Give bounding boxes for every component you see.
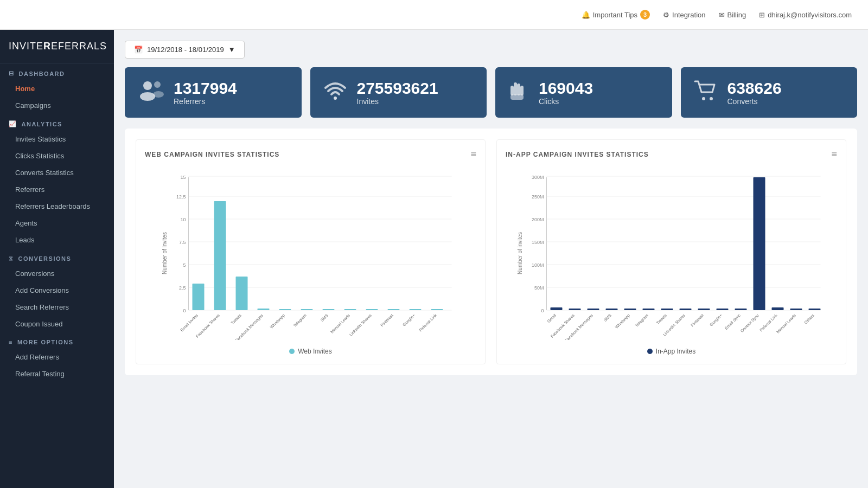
svg-text:SMS: SMS (603, 313, 612, 323)
svg-rect-46 (388, 309, 400, 310)
sidebar-item-referral-testing[interactable]: Referral Testing (0, 365, 114, 382)
wifi-icon (323, 79, 347, 106)
svg-text:LinkedIn Shares: LinkedIn Shares (348, 313, 373, 337)
web-legend-dot (289, 349, 295, 354)
date-range-picker[interactable]: 📅 19/12/2018 - 18/01/2019 ▼ (125, 41, 245, 59)
svg-rect-48 (410, 309, 422, 310)
topbar: 🔔 Important Tips 3 ⚙ Integration ✉ Billi… (0, 0, 868, 30)
svg-text:Contact Sync: Contact Sync (739, 313, 760, 333)
sidebar-item-referrers[interactable]: Referrers (0, 181, 114, 198)
svg-rect-7 (517, 84, 520, 95)
sidebar-item-clicks-statistics[interactable]: Clicks Statistics (0, 147, 114, 164)
svg-text:300M: 300M (532, 175, 544, 180)
inapp-legend-label: In-App Invites (656, 348, 695, 355)
sidebar-item-invites-statistics[interactable]: Invites Statistics (0, 131, 114, 147)
svg-text:10: 10 (180, 217, 186, 222)
svg-text:Pinterest: Pinterest (690, 312, 705, 328)
date-range-label: 19/12/2018 - 18/01/2019 (147, 46, 224, 54)
svg-rect-76 (624, 309, 636, 310)
clicks-label: Clicks (539, 97, 593, 106)
sidebar-item-leads[interactable]: Leads (0, 232, 114, 248)
svg-point-1 (140, 92, 155, 101)
svg-text:Telegram: Telegram (292, 313, 308, 328)
sidebar-item-home[interactable]: Home (0, 80, 114, 97)
dropdown-arrow: ▼ (228, 46, 235, 54)
svg-text:12.5: 12.5 (176, 194, 186, 200)
svg-text:WhatsApp: WhatsApp (269, 313, 286, 330)
svg-rect-28 (193, 284, 205, 310)
section-more-options: ≡ MORE OPTIONS (0, 332, 114, 349)
billing-icon: ✉ (719, 11, 725, 19)
referrers-value: 1317994 (174, 79, 237, 97)
svg-text:Email Sync: Email Sync (724, 313, 742, 331)
grid-icon: ⊞ (759, 11, 765, 19)
svg-rect-82 (680, 309, 692, 310)
svg-text:100M: 100M (532, 262, 544, 268)
inapp-chart-menu[interactable]: ≡ (831, 149, 837, 160)
clicks-value: 169043 (539, 79, 593, 97)
section-conversions: ⧖ CONVERSIONS (0, 248, 114, 265)
svg-rect-40 (323, 309, 335, 310)
topbar-items: 🔔 Important Tips 3 ⚙ Integration ✉ Billi… (582, 10, 852, 20)
svg-text:5: 5 (183, 262, 186, 268)
sidebar-item-add-conversions[interactable]: Add Conversions (0, 282, 114, 299)
sidebar-item-converts-statistics[interactable]: Converts Statistics (0, 164, 114, 181)
svg-point-2 (154, 81, 161, 88)
sidebar-item-campaigns[interactable]: Campaigns (0, 97, 114, 114)
svg-rect-88 (735, 309, 747, 310)
gear-icon: ⚙ (663, 11, 669, 19)
referrers-label: Referrers (174, 97, 237, 106)
svg-text:Tweets: Tweets (655, 313, 668, 325)
converts-value: 638626 (727, 79, 782, 97)
sidebar-item-add-referrers[interactable]: Add Referrers (0, 349, 114, 365)
section-dashboard: ⊟ DASHBOARD (0, 63, 114, 80)
svg-rect-6 (514, 82, 517, 95)
dashboard-icon: ⊟ (9, 70, 15, 77)
svg-rect-50 (431, 309, 443, 310)
svg-rect-9 (510, 94, 524, 100)
stat-card-invites: 275593621 Invites (310, 67, 487, 118)
integration-label: Integration (672, 11, 705, 19)
bell-icon: 🔔 (582, 11, 590, 19)
user-email-label: dhiraj.k@notifyvisitors.com (768, 11, 852, 19)
inapp-campaign-chart: IN-APP CAMPAIGN INVITES STATISTICS ≡ Num… (496, 139, 846, 364)
svg-text:250M: 250M (532, 194, 544, 200)
billing-button[interactable]: ✉ Billing (719, 11, 746, 19)
sidebar-item-coupon-issued[interactable]: Coupon Issued (0, 316, 114, 332)
svg-point-0 (143, 81, 152, 90)
stat-card-referrers-info: 1317994 Referrers (174, 79, 237, 106)
svg-rect-78 (643, 309, 655, 310)
svg-text:Referral Link: Referral Link (758, 313, 778, 333)
svg-rect-84 (698, 309, 710, 310)
invites-value: 275593621 (357, 79, 438, 97)
important-tips-button[interactable]: 🔔 Important Tips 3 (582, 10, 650, 20)
svg-rect-5 (510, 86, 514, 95)
sidebar-item-referrers-leaderboards[interactable]: Referrers Leaderboards (0, 198, 114, 215)
svg-text:SMS: SMS (320, 313, 329, 323)
svg-point-4 (334, 97, 337, 100)
cart-icon (694, 79, 718, 106)
svg-text:Google+: Google+ (401, 313, 416, 328)
stat-card-converts: 638626 Converts (681, 67, 858, 118)
user-email[interactable]: ⊞ dhiraj.k@notifyvisitors.com (759, 11, 852, 19)
svg-rect-86 (717, 309, 729, 310)
svg-text:Manual Leads: Manual Leads (775, 313, 797, 335)
integration-button[interactable]: ⚙ Integration (663, 11, 705, 19)
sidebar-item-agents[interactable]: Agents (0, 215, 114, 232)
svg-text:Others: Others (803, 313, 815, 325)
sidebar-item-search-referrers[interactable]: Search Referrers (0, 299, 114, 316)
sidebar-item-conversions[interactable]: Conversions (0, 265, 114, 282)
svg-point-11 (710, 97, 713, 100)
web-chart-menu[interactable]: ≡ (470, 149, 476, 160)
svg-text:0: 0 (183, 308, 186, 313)
svg-text:Telegram: Telegram (634, 313, 649, 328)
svg-text:15: 15 (180, 175, 186, 180)
calendar-icon: 📅 (134, 46, 143, 54)
inapp-chart-header: IN-APP CAMPAIGN INVITES STATISTICS ≡ (506, 149, 837, 160)
charts-area: WEB CAMPAIGN INVITES STATISTICS ≡ Number… (125, 129, 857, 375)
users-icon (138, 79, 164, 106)
inapp-chart-wrap: Number of invites 0 50M 100M 150M 200M 2… (506, 166, 837, 342)
svg-rect-32 (236, 277, 248, 310)
more-icon: ≡ (9, 339, 13, 345)
section-analytics: 📈 ANALYTICS (0, 114, 114, 131)
